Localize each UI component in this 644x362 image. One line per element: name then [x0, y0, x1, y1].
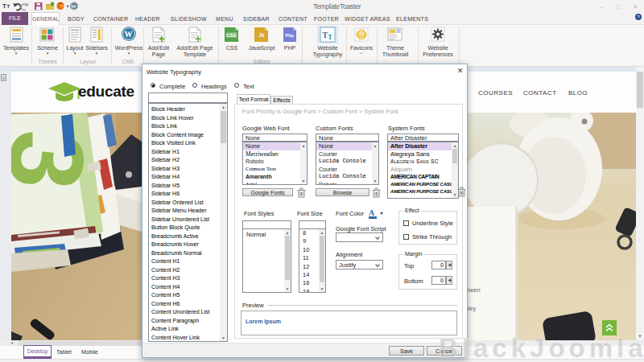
- svg-text:been: been: [467, 286, 481, 294]
- svg-text:3: 3: [11, 126, 108, 195]
- svg-text:Php: Php: [286, 33, 295, 38]
- svg-text:T: T: [7, 4, 10, 9]
- svg-text:W: W: [71, 3, 76, 9]
- svg-text:lley: lley: [467, 305, 477, 312]
- svg-text:W: W: [125, 30, 133, 39]
- svg-text:CSS: CSS: [226, 33, 236, 38]
- svg-text:T: T: [2, 2, 6, 10]
- svg-text:T: T: [328, 34, 332, 41]
- svg-text:Js: Js: [258, 32, 265, 38]
- svg-text:T: T: [323, 31, 328, 39]
